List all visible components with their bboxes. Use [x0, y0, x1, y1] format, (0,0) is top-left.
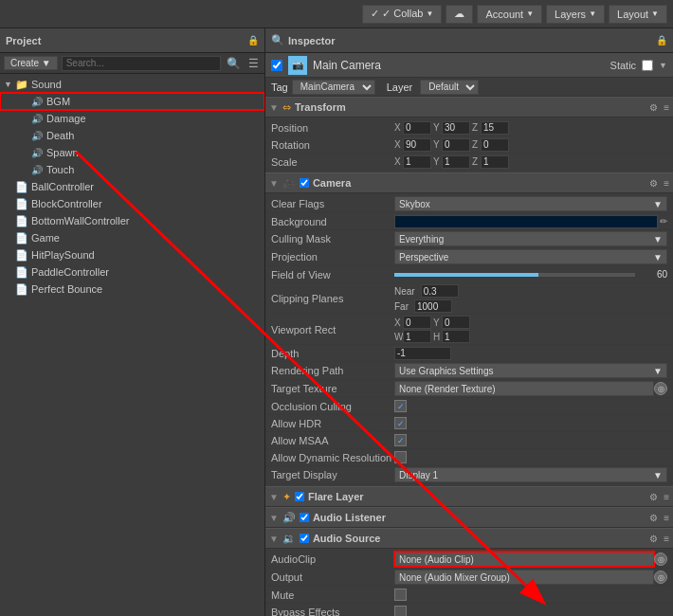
- audio-source-settings-icon[interactable]: ⚙: [649, 534, 658, 544]
- transform-settings-icon[interactable]: ⚙: [649, 102, 658, 113]
- audio-listener-checkbox[interactable]: [300, 513, 309, 522]
- vp-x-input[interactable]: [403, 316, 431, 329]
- occlusion-culling-checkbox[interactable]: [394, 400, 407, 412]
- tree-item-game[interactable]: 📄 Game: [0, 229, 264, 246]
- target-display-chevron: ▼: [653, 470, 663, 480]
- bypass-effects-checkbox[interactable]: [394, 606, 407, 616]
- allow-hdr-checkbox[interactable]: [394, 417, 407, 429]
- bypass-effects-label: Bypass Effects: [271, 607, 394, 617]
- projection-dropdown[interactable]: Perspective ▼: [394, 249, 667, 264]
- audioclip-circle-btn[interactable]: ◎: [654, 553, 667, 566]
- tree-item-ballcontroller[interactable]: 📄 BallController: [0, 178, 264, 195]
- flare-menu-icon[interactable]: ≡: [664, 492, 669, 502]
- filter-icon-btn[interactable]: ☰: [246, 57, 261, 70]
- static-checkbox[interactable]: [642, 60, 653, 71]
- vp-y-input[interactable]: [442, 316, 470, 329]
- layer-dropdown[interactable]: Default: [420, 80, 479, 95]
- vp-w-input[interactable]: [403, 330, 431, 343]
- layers-button[interactable]: Layers ▼: [546, 5, 605, 24]
- scale-z-input[interactable]: [481, 155, 509, 169]
- pos-x-input[interactable]: [403, 121, 431, 135]
- search-input[interactable]: [62, 56, 221, 71]
- script-icon-ball: 📄: [15, 180, 28, 193]
- tree-item-sound[interactable]: ▼ 📁 Sound: [0, 76, 264, 93]
- background-color[interactable]: [394, 215, 658, 228]
- collab-button[interactable]: ✓ ✓ Collab ▼: [362, 5, 442, 24]
- fov-slider[interactable]: [394, 273, 635, 277]
- camera-enabled-checkbox[interactable]: [300, 178, 309, 188]
- clipping-planes-label: Clipping Planes: [271, 293, 394, 304]
- vp-y-label: Y: [433, 317, 441, 328]
- cloud-icon: ☁: [454, 8, 464, 20]
- scale-row: Scale X Y Z: [265, 154, 673, 171]
- flare-enabled-checkbox[interactable]: [295, 492, 304, 501]
- label-bgm: BGM: [46, 96, 70, 107]
- viewport-label: Viewport Rect: [271, 324, 394, 335]
- tree-item-paddle[interactable]: 📄 PaddleController: [0, 263, 264, 281]
- tree-item-spawn[interactable]: 🔊 Spawn: [0, 144, 264, 161]
- go-active-checkbox[interactable]: [271, 60, 282, 71]
- audio-listener-menu-icon[interactable]: ≡: [664, 513, 669, 523]
- output-circle-btn[interactable]: ◎: [654, 571, 667, 584]
- allow-dynamic-checkbox[interactable]: [394, 451, 407, 463]
- camera-settings-icon[interactable]: ⚙: [649, 178, 658, 189]
- background-edit-icon[interactable]: ✏: [660, 216, 667, 226]
- camera-menu-icon[interactable]: ≡: [664, 178, 669, 189]
- static-dropdown-arrow[interactable]: ▼: [659, 61, 667, 70]
- audio-source-title: Audio Source: [313, 533, 381, 544]
- target-texture-circle-btn[interactable]: ◎: [654, 382, 667, 395]
- pos-z-input[interactable]: [481, 121, 509, 135]
- flare-settings-icon[interactable]: ⚙: [649, 492, 658, 502]
- tree-item-blockcontroller[interactable]: 📄 BlockController: [0, 195, 264, 212]
- flare-arrow[interactable]: ▼: [269, 492, 279, 502]
- static-label: Static: [610, 60, 637, 71]
- audio-source-checkbox[interactable]: [300, 534, 309, 543]
- depth-input[interactable]: [394, 347, 451, 360]
- rendering-path-dropdown[interactable]: Use Graphics Settings ▼: [394, 363, 667, 378]
- audio-listener-arrow[interactable]: ▼: [269, 513, 279, 523]
- transform-menu-icon[interactable]: ≡: [664, 102, 669, 113]
- transform-arrow[interactable]: ▼: [269, 102, 279, 113]
- pos-y-input[interactable]: [442, 121, 470, 135]
- target-display-row: Target Display Display 1 ▼: [265, 466, 673, 484]
- go-icon: 📷: [288, 56, 307, 75]
- rot-y-input[interactable]: [442, 138, 470, 152]
- tag-dropdown[interactable]: MainCamera: [292, 80, 375, 95]
- rot-z-input[interactable]: [481, 138, 509, 152]
- audio-source-arrow[interactable]: ▼: [269, 534, 279, 544]
- tree-item-touch[interactable]: 🔊 Touch: [0, 161, 264, 178]
- tree-item-bgm[interactable]: 🔊 BGM: [0, 93, 264, 110]
- camera-arrow[interactable]: ▼: [269, 178, 279, 189]
- account-button[interactable]: Account ▼: [477, 5, 542, 24]
- culling-mask-dropdown[interactable]: Everything ▼: [394, 231, 667, 246]
- layout-button[interactable]: Layout ▼: [609, 5, 667, 24]
- allow-msaa-checkbox[interactable]: [394, 434, 407, 446]
- rot-x-input[interactable]: [403, 138, 431, 152]
- target-texture-dropdown[interactable]: None (Render Texture): [394, 381, 654, 396]
- tree-item-perfectbounce[interactable]: 📄 Perfect Bounce: [0, 281, 264, 298]
- audio-source-menu-icon[interactable]: ≡: [664, 534, 669, 544]
- create-button[interactable]: Create ▼: [4, 56, 58, 70]
- mute-checkbox[interactable]: [394, 589, 407, 601]
- far-input[interactable]: [414, 299, 452, 313]
- label-damage: Damage: [46, 113, 86, 124]
- tree-item-bottomwall[interactable]: 📄 BottomWallController: [0, 212, 264, 229]
- script-icon-bottom: 📄: [15, 214, 28, 227]
- search-icon-btn[interactable]: 🔍: [225, 57, 243, 70]
- clear-flags-chevron: ▼: [653, 199, 663, 209]
- tree-item-death[interactable]: 🔊 Death: [0, 127, 264, 144]
- tree-item-damage[interactable]: 🔊 Damage: [0, 110, 264, 127]
- near-input[interactable]: [421, 284, 459, 298]
- tree-item-hitplaysound[interactable]: 📄 HitPlaySound: [0, 246, 264, 263]
- output-dropdown[interactable]: None (Audio Mixer Group): [394, 570, 654, 585]
- flare-title: Flare Layer: [308, 491, 364, 502]
- vp-h-input[interactable]: [442, 330, 470, 343]
- scale-y-input[interactable]: [442, 155, 470, 169]
- cloud-button[interactable]: ☁: [446, 5, 473, 24]
- target-display-dropdown[interactable]: Display 1 ▼: [394, 467, 667, 482]
- audio-listener-settings-icon[interactable]: ⚙: [649, 513, 658, 523]
- label-bottom: BottomWallController: [31, 215, 130, 226]
- clear-flags-dropdown[interactable]: Skybox ▼: [394, 196, 667, 211]
- scale-x-input[interactable]: [403, 155, 431, 169]
- audioclip-dropdown[interactable]: None (Audio Clip): [394, 552, 654, 567]
